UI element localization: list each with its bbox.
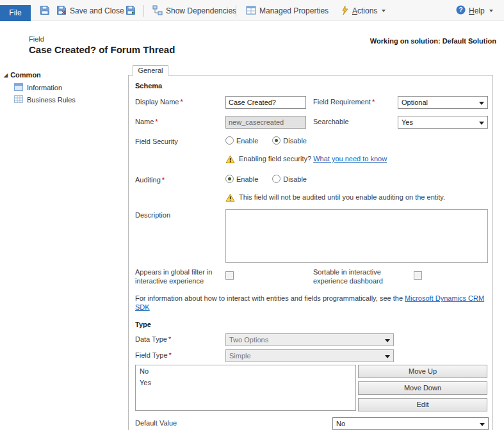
warning-icon [225, 193, 235, 203]
toolbar-separator [236, 5, 236, 17]
field-security-disable-option[interactable]: Disable [272, 136, 307, 145]
sidebar-item-label: Information [27, 84, 62, 92]
select-arrow-icon [480, 423, 485, 426]
auditing-warning-text: This field will not be audited until you… [239, 193, 445, 201]
field-security-radio-group: Enable Disable [225, 136, 318, 145]
default-value-select[interactable]: No [332, 417, 489, 430]
data-type-select: Two Options [225, 333, 394, 346]
global-filter-checkbox[interactable] [225, 271, 234, 280]
sortable-label: Sortable in interactive experience dashb… [313, 267, 403, 285]
field-security-warning: Enabling field security? What you need t… [225, 155, 387, 165]
dropdown-arrow-icon [382, 10, 386, 12]
save-icon [40, 5, 50, 17]
actions-icon [341, 5, 349, 17]
default-value-label: Default Value [135, 419, 177, 427]
auditing-label: Auditing* [135, 176, 165, 184]
tree-expanded-icon: ◢ [4, 72, 8, 78]
show-dependencies-label: Show Dependencies [166, 6, 236, 15]
save-as-icon [126, 5, 136, 17]
field-type-label: Field Type* [135, 351, 172, 359]
save-and-close-label: Save and Close [70, 6, 124, 15]
tab-general[interactable]: General [133, 65, 168, 76]
page-title: Case Created? of Forum Thread [29, 44, 175, 55]
information-icon [14, 83, 23, 92]
what-you-need-to-know-link[interactable]: What you need to know [313, 155, 387, 163]
show-dependencies-button[interactable]: Show Dependencies [152, 4, 236, 17]
move-down-button[interactable]: Move Down [358, 381, 487, 395]
field-security-warning-text: Enabling field security? What you need t… [239, 155, 387, 163]
sdk-note: For information about how to interact wi… [135, 294, 487, 312]
help-label: Help [469, 6, 485, 15]
sidebar-item-business-rules[interactable]: Business Rules [14, 95, 76, 104]
auditing-radio-group: Enable Disable [225, 175, 318, 183]
managed-properties-icon [246, 5, 256, 17]
display-name-label: Display Name* [135, 98, 183, 106]
save-button[interactable] [40, 4, 50, 17]
auditing-enable-option[interactable]: Enable [225, 175, 258, 183]
radio-checked-icon[interactable] [225, 175, 234, 183]
edit-button[interactable]: Edit [358, 398, 487, 411]
general-tab-panel: Schema Display Name* Field Requirement* … [128, 75, 493, 430]
actions-label: Actions [352, 6, 377, 15]
field-security-enable-option[interactable]: Enable [225, 136, 258, 145]
description-label: Description [135, 211, 170, 219]
select-arrow-icon [479, 122, 484, 125]
name-label: Name* [135, 118, 158, 125]
required-marker: * [155, 118, 158, 125]
global-filter-label: Appears in global filter in interactive … [135, 267, 220, 285]
dropdown-arrow-icon [489, 10, 493, 12]
actions-menu-button[interactable]: Actions [341, 4, 386, 17]
sidebar-item-label: Business Rules [27, 96, 76, 104]
select-arrow-icon [385, 355, 390, 358]
save-and-close-icon [56, 5, 67, 17]
radio-unchecked-icon[interactable] [225, 136, 234, 145]
managed-properties-button[interactable]: Managed Properties [246, 4, 329, 17]
radio-unchecked-icon[interactable] [272, 175, 280, 183]
sidebar-item-information[interactable]: Information [14, 83, 62, 92]
display-name-input[interactable] [225, 96, 306, 109]
description-textarea[interactable] [225, 209, 488, 263]
options-listbox[interactable]: No Yes [135, 365, 356, 411]
save-and-close-button[interactable]: Save and Close [56, 4, 124, 17]
type-section-heading: Type [135, 321, 151, 328]
field-editor-window: File Save and Close Show Dependencies Ma… [0, 0, 504, 430]
working-on-solution-label: Working on solution: Default Solution [370, 37, 496, 45]
sortable-checkbox[interactable] [414, 271, 422, 280]
required-marker: * [180, 98, 183, 106]
business-rules-icon [14, 95, 23, 104]
name-input [225, 116, 306, 129]
searchable-select[interactable]: Yes [398, 116, 488, 129]
show-dependencies-icon [152, 5, 163, 17]
sidebar-group-common[interactable]: ◢ Common [4, 71, 41, 79]
searchable-label: Searchable [313, 118, 349, 125]
toolbar-separator [143, 5, 144, 17]
warning-icon [225, 155, 235, 165]
option-item[interactable]: Yes [136, 377, 355, 388]
field-requirement-label: Field Requirement* [313, 98, 375, 106]
managed-properties-label: Managed Properties [259, 6, 329, 15]
required-marker: * [372, 98, 375, 106]
record-type-label: Field [29, 35, 44, 43]
file-menu-button[interactable]: File [0, 5, 31, 21]
move-up-button[interactable]: Move Up [358, 365, 487, 378]
field-security-label: Field Security [135, 138, 178, 145]
select-arrow-icon [385, 339, 390, 342]
radio-checked-icon[interactable] [272, 136, 280, 145]
toolbar: File Save and Close Show Dependencies Ma… [0, 0, 504, 21]
data-type-label: Data Type* [135, 335, 171, 343]
schema-section-heading: Schema [135, 82, 162, 90]
sidebar-group-label: Common [10, 71, 41, 79]
auditing-disable-option[interactable]: Disable [272, 175, 307, 183]
save-as-button[interactable] [126, 4, 136, 17]
required-marker: * [168, 335, 171, 343]
field-requirement-select[interactable]: Optional [398, 96, 488, 109]
svg-text:?: ? [459, 6, 462, 13]
help-menu-button[interactable]: ? Help [456, 4, 493, 17]
option-item[interactable]: No [136, 365, 355, 377]
field-type-select: Simple [225, 349, 394, 362]
required-marker: * [169, 351, 172, 359]
auditing-warning: This field will not be audited until you… [225, 193, 445, 203]
help-icon: ? [456, 5, 466, 17]
required-marker: * [162, 176, 165, 184]
select-arrow-icon [479, 102, 484, 105]
